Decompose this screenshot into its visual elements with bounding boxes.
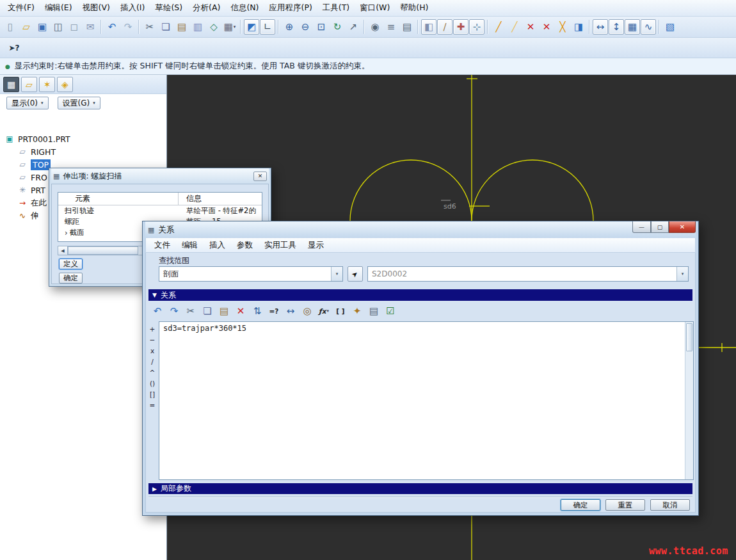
report-icon[interactable]: ▤: [366, 303, 381, 319]
model-combobox[interactable]: S2D0002 ▾: [367, 266, 689, 282]
corner-trim-icon[interactable]: ✕: [539, 19, 554, 35]
redo-icon[interactable]: ↷: [166, 303, 182, 319]
history-tab[interactable]: ◈: [57, 77, 73, 92]
print-icon[interactable]: ◫: [51, 19, 66, 35]
operator-button[interactable]: /: [147, 356, 158, 367]
evaluate-icon[interactable]: =?: [266, 303, 282, 319]
brackets-icon[interactable]: [ ]: [333, 303, 348, 319]
ok-button[interactable]: 确定: [561, 499, 600, 511]
scrollbar-thumb[interactable]: [686, 323, 692, 351]
settings-dropdown-button[interactable]: 设置(G) ▾: [58, 97, 100, 109]
delete-icon[interactable]: ✕: [233, 303, 248, 319]
operator-button[interactable]: ^: [147, 367, 158, 378]
sort-relations-icon[interactable]: ⇅: [250, 303, 265, 319]
zoom-out-icon[interactable]: ⊖: [298, 19, 313, 35]
show-dropdown-button[interactable]: 显示(0) ▾: [6, 97, 49, 109]
open-icon[interactable]: ▱: [19, 19, 34, 35]
grid-settings-icon[interactable]: ▦▾: [222, 19, 237, 35]
menu-item[interactable]: 编辑(E): [40, 0, 77, 16]
chevron-down-icon[interactable]: ▾: [234, 24, 236, 29]
scope-combobox[interactable]: 剖面 ▾: [159, 266, 343, 282]
select-parameter-icon[interactable]: ✦: [349, 303, 365, 319]
tree-item[interactable]: ▣PRT0001.PRT: [0, 132, 166, 145]
sketch-setup-icon[interactable]: ◩: [244, 19, 259, 35]
redo-icon[interactable]: ↷: [120, 19, 136, 35]
lookup-icon[interactable]: ◎: [300, 303, 315, 319]
menu-item[interactable]: 信息(N): [225, 0, 264, 16]
graph-icon[interactable]: ∿: [641, 19, 656, 35]
datum-axes-icon[interactable]: ∕: [437, 19, 452, 35]
menu-item[interactable]: 插入: [204, 238, 231, 253]
line-tool-icon[interactable]: ╱: [491, 19, 506, 35]
menu-item[interactable]: 编辑: [176, 238, 204, 253]
menu-item[interactable]: 实用工具: [259, 238, 302, 253]
feature-dialog-titlebar[interactable]: ▦ 伸出项: 螺旋扫描 ✕: [51, 168, 269, 184]
layers-icon[interactable]: ≡: [383, 19, 399, 35]
reorient-icon[interactable]: ↗: [346, 19, 361, 35]
select-arrow-button[interactable]: ➤: [348, 266, 363, 282]
chevron-down-icon[interactable]: ▾: [676, 267, 688, 281]
operator-button[interactable]: []: [147, 388, 158, 399]
define-button[interactable]: 定义: [59, 259, 83, 269]
menu-item[interactable]: 视图(V): [77, 0, 115, 16]
paste-icon[interactable]: ▤: [174, 19, 189, 35]
reset-button[interactable]: 重置: [605, 499, 645, 511]
relations-editor[interactable]: sd3=trajpar*360*15: [159, 321, 694, 480]
new-file-icon[interactable]: ▯: [3, 19, 18, 35]
context-help-icon[interactable]: ➤?: [4, 40, 24, 56]
folder-browser-tab[interactable]: ▱: [21, 77, 37, 92]
saved-views-icon[interactable]: ◉: [367, 19, 383, 35]
chevron-down-icon[interactable]: ▾: [326, 308, 329, 314]
menu-item[interactable]: 工具(T): [317, 0, 355, 16]
verify-icon[interactable]: ☑: [383, 303, 398, 319]
cut-icon[interactable]: ✂: [142, 19, 157, 35]
cut-icon[interactable]: ✂: [183, 303, 198, 319]
view-manager-icon[interactable]: ▤: [399, 19, 415, 35]
menu-item[interactable]: 参数: [231, 238, 259, 253]
partial-toolbar-icon[interactable]: ▧: [662, 19, 678, 35]
menu-item[interactable]: 文件: [148, 238, 176, 253]
pattern-icon[interactable]: ▦: [625, 19, 640, 35]
menu-item[interactable]: 显示: [302, 238, 330, 253]
operator-button[interactable]: +: [147, 323, 158, 334]
centerline-tool-icon[interactable]: ╱: [507, 19, 522, 35]
ok-button[interactable]: 确定: [59, 273, 83, 284]
datum-points-icon[interactable]: ✚: [453, 19, 468, 35]
chevron-down-icon[interactable]: ▾: [331, 267, 342, 281]
print-preview-icon[interactable]: ◻: [67, 19, 82, 35]
zoom-in-icon[interactable]: ⊕: [282, 19, 297, 35]
delete-segment-icon[interactable]: ✕: [523, 19, 538, 35]
select-special-icon[interactable]: ◇: [206, 19, 221, 35]
vertical-scrollbar[interactable]: [685, 322, 693, 479]
menu-item[interactable]: 草绘(S): [150, 0, 188, 16]
element-row[interactable]: 扫引轨迹草绘平面 - 特征#2的: [58, 205, 262, 216]
undo-icon[interactable]: ↶: [150, 303, 165, 319]
divide-entity-icon[interactable]: ╳: [555, 19, 570, 35]
datum-planes-icon[interactable]: ◧: [421, 19, 436, 35]
sketch-orient-icon[interactable]: ∟: [260, 19, 275, 35]
minimize-button[interactable]: —: [632, 221, 651, 233]
datum-csys-icon[interactable]: ⊹: [469, 19, 484, 35]
paste-icon[interactable]: ▤: [216, 303, 232, 319]
repaint-icon[interactable]: ↻: [330, 19, 345, 35]
operator-button[interactable]: −: [147, 334, 158, 345]
tree-item[interactable]: ▱RIGHT: [0, 145, 166, 158]
favorites-tab[interactable]: ✶: [39, 77, 55, 92]
scrollbar-thumb[interactable]: [68, 246, 138, 255]
insert-function-icon[interactable]: ƒx▾: [316, 303, 332, 319]
menu-item[interactable]: 插入(I): [115, 0, 150, 16]
relations-section-header[interactable]: ▼ 关系: [148, 289, 692, 301]
cancel-button[interactable]: 取消: [650, 499, 690, 511]
model-tree-tab[interactable]: ▦: [3, 77, 19, 92]
close-button[interactable]: ✕: [669, 221, 696, 233]
menu-item[interactable]: 窗口(W): [355, 0, 395, 16]
save-icon[interactable]: ▣: [35, 19, 50, 35]
construction-toggle-icon[interactable]: ◨: [571, 19, 586, 35]
operator-button[interactable]: x: [147, 345, 158, 356]
menu-item[interactable]: 分析(A): [188, 0, 225, 16]
scroll-left-icon[interactable]: ◀: [58, 246, 68, 255]
close-button[interactable]: ✕: [253, 172, 267, 181]
maximize-button[interactable]: ▢: [651, 221, 669, 233]
paste-special-icon[interactable]: ▥: [190, 19, 205, 35]
menu-item[interactable]: 文件(F): [3, 0, 40, 16]
